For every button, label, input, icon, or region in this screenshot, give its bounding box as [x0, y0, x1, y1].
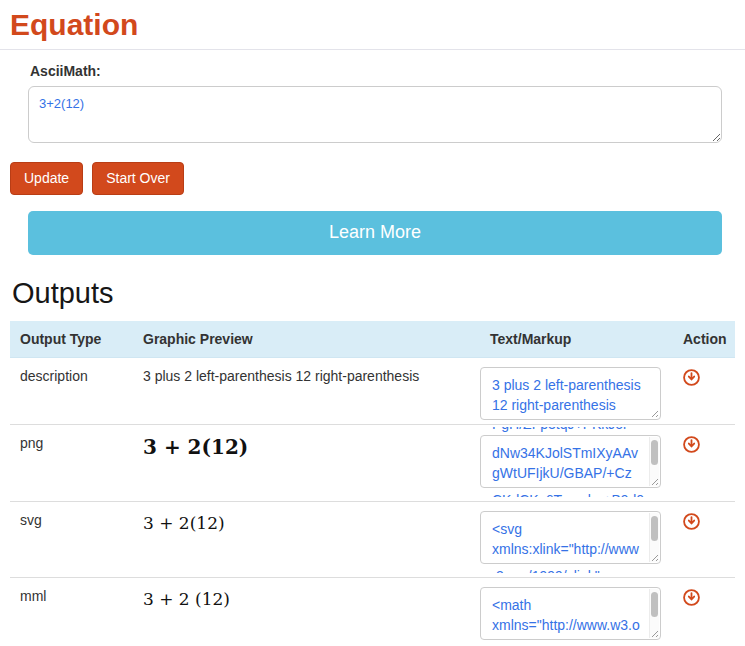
outputs-table: Output Type Graphic Preview Text/Markup …	[10, 321, 735, 646]
download-circle-arrow-down-icon[interactable]	[683, 513, 700, 530]
png-math-preview: 3 + 2(12)	[143, 435, 470, 459]
markup-line: <math	[492, 595, 648, 615]
column-header-graphic-preview: Graphic Preview	[133, 321, 480, 358]
markup-line: xmlns="http://www.w3.o	[492, 615, 648, 635]
markup-overflow-line: rg/1998/Math/MathML"	[492, 642, 662, 646]
scrollbar-thumb[interactable]	[651, 592, 658, 617]
description-markup-textarea[interactable]: 3 plus 2 left-parenthesis 12 right-paren…	[480, 367, 661, 420]
asciimath-input[interactable]: 3+2(12)	[28, 86, 722, 143]
table-header-row: Output Type Graphic Preview Text/Markup …	[10, 321, 735, 358]
mml-markup-textarea[interactable]: <math xmlns="http://www.w3.o	[480, 587, 661, 640]
asciimath-form: AsciiMath: 3+2(12)	[28, 63, 722, 143]
learn-more-button[interactable]: Learn More	[28, 211, 722, 255]
output-type-label: description	[20, 368, 88, 384]
svg-math-preview: 3 + 2(12)	[143, 512, 470, 533]
png-markup-textarea[interactable]: dNw34KJolSTmIXyAAv gWtUFIjkU/GBAP/+Cz	[480, 435, 661, 488]
markup-line: <svg	[492, 519, 648, 539]
download-circle-arrow-down-icon[interactable]	[683, 369, 700, 386]
resize-grip-icon[interactable]	[649, 408, 658, 417]
column-header-text-markup: Text/Markup	[480, 321, 673, 358]
mml-math-preview: 3 + 2 (12)	[143, 588, 470, 609]
output-type-label: svg	[20, 512, 42, 528]
scrollbar-thumb[interactable]	[651, 440, 658, 465]
form-buttons: Update Start Over	[10, 162, 745, 195]
download-circle-arrow-down-icon[interactable]	[683, 589, 700, 606]
table-row-mml: mml 3 + 2 (12) <math xmlns="http://www.w…	[10, 578, 735, 646]
outputs-heading: Outputs	[12, 277, 745, 310]
markup-overflow-line: .3.org/1999/xlink" w	[492, 566, 662, 573]
update-button[interactable]: Update	[10, 162, 83, 195]
markup-line: dNw34KJolSTmIXyAAv	[492, 443, 648, 463]
start-over-button[interactable]: Start Over	[92, 162, 184, 195]
column-header-output-type: Output Type	[10, 321, 133, 358]
output-type-label: png	[20, 435, 43, 451]
markup-line: 12 right-parenthesis	[492, 395, 648, 415]
title-divider	[0, 49, 745, 50]
column-header-action: Action	[673, 321, 735, 358]
svg-markup-textarea[interactable]: <svg xmlns:xlink="http://www	[480, 511, 661, 564]
markup-line: gWtUFIjkU/GBAP/+Cz	[492, 463, 648, 483]
scrollbar-thumb[interactable]	[651, 516, 658, 541]
table-row-png: png 3 + 2(12) PgH/ZFp3tqJ+PKkJol dNw34KJ…	[10, 425, 735, 502]
output-type-label: mml	[20, 588, 46, 604]
page-title: Equation	[10, 8, 745, 42]
description-preview: 3 plus 2 left-parenthesis 12 right-paren…	[143, 368, 419, 384]
markup-overflow-line: CKdCKv6Tzymbq+B9d0	[492, 490, 662, 497]
markup-line: 3 plus 2 left-parenthesis	[492, 375, 648, 395]
table-row-description: description 3 plus 2 left-parenthesis 12…	[10, 358, 735, 425]
table-row-svg: svg 3 + 2(12) <svg xmlns:xlink="http://w…	[10, 502, 735, 578]
equation-page: Equation AsciiMath: 3+2(12) Update Start…	[0, 8, 745, 646]
download-circle-arrow-down-icon[interactable]	[683, 436, 700, 453]
markup-overflow-line: PgH/ZFp3tqJ+PKkJol	[492, 427, 662, 434]
asciimath-label: AsciiMath:	[30, 63, 720, 79]
markup-line: xmlns:xlink="http://www	[492, 539, 648, 559]
